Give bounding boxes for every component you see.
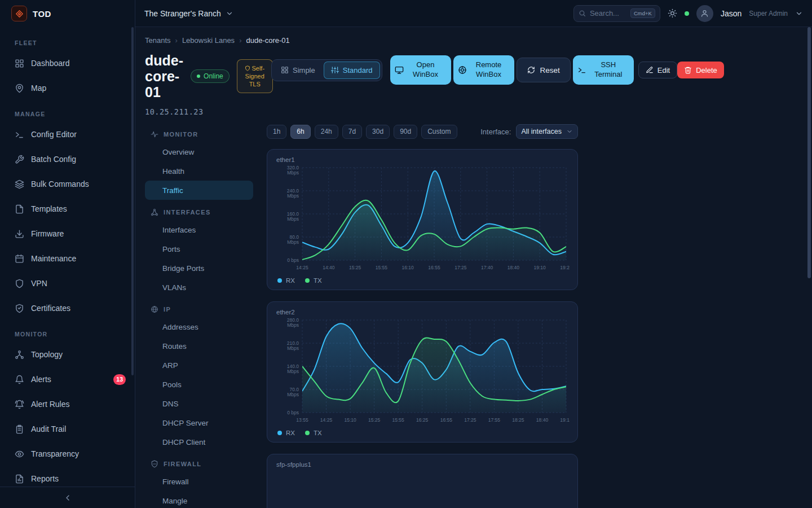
subnav-item-pools[interactable]: Pools <box>145 375 253 394</box>
sidebar-item-topology[interactable]: Topology <box>0 342 135 367</box>
terminal-icon <box>577 65 586 75</box>
sidebar-item-label: Alerts <box>31 375 51 384</box>
subnav-item-dhcp-client[interactable]: DHCP Client <box>145 432 253 452</box>
device-header: dude-core-01 Online Self-Signed TLS 10.2… <box>145 52 812 116</box>
time-range-custom[interactable]: Custom <box>421 125 457 139</box>
subnav-item-overview[interactable]: Overview <box>145 142 253 161</box>
sidebar-item-dashboard[interactable]: Dashboard <box>0 51 135 76</box>
sidebar-item-firmware[interactable]: Firmware <box>0 221 135 246</box>
sidebar-item-label: Reports <box>31 474 59 483</box>
subnav-group-monitor: MONITOROverviewHealthTraffic <box>145 122 253 200</box>
time-range-90d[interactable]: 90d <box>394 125 417 139</box>
breadcrumb-tenants[interactable]: Tenants <box>145 36 171 45</box>
sidebar-item-certificates[interactable]: Certificates <box>0 296 135 321</box>
subnav-item-arp[interactable]: ARP <box>145 356 253 375</box>
status-badge: Online <box>191 69 230 83</box>
subnav-item-firewall[interactable]: Firewall <box>145 472 253 491</box>
svg-text:14:40: 14:40 <box>323 265 335 270</box>
svg-text:0 bps: 0 bps <box>287 257 299 263</box>
sidebar-item-maintenance[interactable]: Maintenance <box>0 246 135 271</box>
sidebar-item-transparency[interactable]: Transparency <box>0 441 135 466</box>
sidebar-section-label: MONITOR <box>0 321 135 342</box>
open-winbox-button[interactable]: Open WinBox <box>390 55 451 85</box>
subnav-item-dhcp-server[interactable]: DHCP Server <box>145 413 253 432</box>
edit-button[interactable]: Edit <box>638 62 677 78</box>
chevron-down-icon[interactable] <box>795 10 803 17</box>
time-range-1h[interactable]: 1h <box>267 125 286 139</box>
avatar[interactable] <box>696 5 713 22</box>
wrench-icon <box>15 155 24 164</box>
subnav-item-mangle[interactable]: Mangle <box>145 491 253 508</box>
sidebar-item-templates[interactable]: Templates <box>0 196 135 221</box>
svg-text:0 bps: 0 bps <box>287 410 299 415</box>
breadcrumb-tenant-name[interactable]: Lebowski Lanes <box>182 36 235 45</box>
charts-column: 1h6h24h7d30d90dCustom Interface: All int… <box>267 122 578 508</box>
sidebar-item-audit-trail[interactable]: Audit Trail <box>0 417 135 441</box>
trash-icon <box>684 66 692 74</box>
sidebar-item-label: Dashboard <box>31 59 70 68</box>
alerts-count-badge: 13 <box>113 374 126 385</box>
time-range-6h[interactable]: 6h <box>290 125 310 139</box>
chart-card-ether2: ether2280.0Mbps210.0Mbps140.0Mbps70.0Mbp… <box>267 301 578 443</box>
view-toggle-simple[interactable]: Simple <box>273 62 323 79</box>
svg-text:Mbps: Mbps <box>287 239 299 245</box>
shield-icon <box>15 279 24 288</box>
chart-list: ether1320.0Mbps240.0Mbps160.0Mbps80.0Mbp… <box>267 149 578 508</box>
subnav-item-vlans[interactable]: VLANs <box>145 278 253 297</box>
grid-icon <box>281 66 289 74</box>
sidebar-item-map[interactable]: Map <box>0 76 135 100</box>
sidebar-item-alert-rules[interactable]: Alert Rules <box>0 392 135 417</box>
sidebar-collapse-button[interactable] <box>0 487 135 508</box>
svg-text:16:55: 16:55 <box>440 417 453 423</box>
traffic-chart: 320.0Mbps240.0Mbps160.0Mbps80.0Mbps0 bps… <box>276 164 570 275</box>
svg-text:15:25: 15:25 <box>368 417 381 423</box>
svg-text:15:55: 15:55 <box>392 417 405 423</box>
view-toggle-standard[interactable]: Standard <box>324 62 380 79</box>
target-icon <box>458 65 467 75</box>
time-range-24h[interactable]: 24h <box>315 125 338 139</box>
sidebar-nav: FLEETDashboardMapMANAGEConfig EditorBatc… <box>0 27 135 487</box>
reset-button[interactable]: Reset <box>517 58 571 82</box>
button-label: Remote WinBox <box>470 60 508 80</box>
remote-winbox-button[interactable]: Remote WinBox <box>453 55 514 85</box>
interface-select-value: All interfaces <box>521 128 562 135</box>
sidebar-scrollbar[interactable] <box>131 27 134 375</box>
search-placeholder: Search... <box>590 9 619 17</box>
refresh-icon <box>527 66 535 74</box>
pencil-icon <box>646 66 654 74</box>
theme-sun-icon[interactable] <box>668 8 677 18</box>
page-scrollbar[interactable] <box>807 27 811 278</box>
search-shortcut-kbd: Cmd+K <box>630 8 655 18</box>
svg-text:Mbps: Mbps <box>287 322 299 328</box>
subnav-item-addresses[interactable]: Addresses <box>145 317 253 336</box>
subnav-group-label: MONITOR <box>145 122 253 142</box>
interface-filter-label: Interface: <box>480 128 511 136</box>
nodes-icon <box>151 208 158 216</box>
sidebar-item-alerts[interactable]: Alerts13 <box>0 367 135 392</box>
map-pin-icon <box>15 84 24 93</box>
subnav-item-ports[interactable]: Ports <box>145 239 253 259</box>
sidebar-item-reports[interactable]: Reports <box>0 466 135 487</box>
time-range-7d[interactable]: 7d <box>342 125 362 139</box>
time-range-30d[interactable]: 30d <box>366 125 390 139</box>
sidebar-item-bulk-commands[interactable]: Bulk Commands <box>0 172 135 196</box>
delete-button[interactable]: Delete <box>677 62 724 78</box>
subnav-item-bridge-ports[interactable]: Bridge Ports <box>145 259 253 278</box>
subnav-item-routes[interactable]: Routes <box>145 336 253 356</box>
device-ip: 10.25.211.23 <box>145 107 271 116</box>
sidebar-item-batch-config[interactable]: Batch Config <box>0 147 135 172</box>
subnav-item-health[interactable]: Health <box>145 161 253 181</box>
svg-text:17:25: 17:25 <box>464 417 476 423</box>
subnav-item-interfaces[interactable]: Interfaces <box>145 220 253 239</box>
sidebar-item-config-editor[interactable]: Config Editor <box>0 122 135 147</box>
subnav-item-traffic[interactable]: Traffic <box>145 181 253 200</box>
search-input[interactable]: Search... Cmd+K <box>573 5 660 22</box>
view-toggle: SimpleStandard <box>271 59 382 81</box>
subnav-item-dns[interactable]: DNS <box>145 394 253 413</box>
sidebar-item-vpn[interactable]: VPN <box>0 271 135 296</box>
breadcrumb-separator: › <box>239 36 241 45</box>
interface-select[interactable]: All interfaces <box>516 124 578 139</box>
app-root: TOD FLEETDashboardMapMANAGEConfig Editor… <box>0 0 812 508</box>
ssh-terminal-button[interactable]: SSH Terminal <box>573 55 634 85</box>
tenant-selector[interactable]: The Stranger's Ranch <box>144 9 233 18</box>
